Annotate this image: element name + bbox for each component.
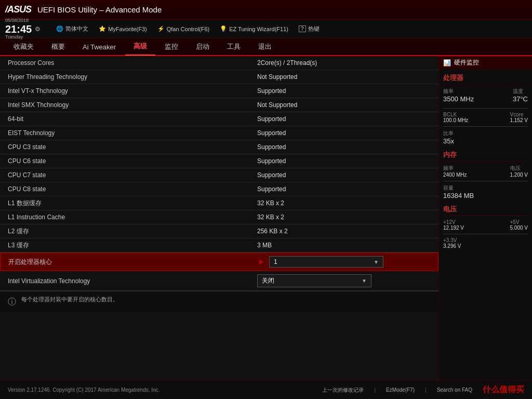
mem-freq-value: 2400 MHz (443, 172, 467, 178)
v33-label: +3.3V (443, 237, 528, 243)
label-cpu-c7: CPU C7 state (8, 171, 257, 179)
enable-cores-select[interactable]: 1 ▼ (269, 256, 383, 268)
mem-cap-value: 16384 MB (443, 192, 528, 200)
memory-section-title: 内存 (443, 150, 528, 162)
sidebar-title: 硬件监控 (454, 58, 479, 67)
myfavorite-button[interactable]: ⭐ MyFavorite(F3) (99, 25, 147, 32)
tab-advanced[interactable]: 高级 (125, 38, 155, 56)
value-hyper-threading: Not Supported (257, 73, 431, 81)
v33-value: 3.296 V (443, 243, 528, 249)
label-cpu-c6: CPU C6 state (8, 157, 257, 165)
qfan-button[interactable]: ⚡ Qfan Control(F6) (157, 25, 210, 32)
row-eist: EIST Technology Supported (0, 126, 438, 140)
time-display: 21:45 (5, 23, 32, 35)
bclk-value: 100.0 MHz (443, 117, 468, 123)
asus-logo: /ASUS (5, 4, 31, 15)
tab-favorites[interactable]: 收藏夹 (5, 38, 42, 56)
row-enable-cores[interactable]: 开启处理器核心 ➤ 1 ▼ (0, 252, 438, 271)
settings-icon[interactable]: ⚙ (35, 25, 41, 33)
row-cpu-c7: CPU C7 state Supported (0, 168, 438, 182)
date-display: 05/08/2018 (5, 18, 41, 23)
lang-button[interactable]: 🌐 简体中文 (56, 25, 88, 33)
label-l1-instruction: L1 Instruction Cache (8, 214, 257, 221)
info-circle-icon: ⓘ (8, 297, 16, 308)
value-64bit: Supported (257, 115, 431, 123)
tab-monitor[interactable]: 监控 (156, 38, 187, 56)
memory-section: 内存 频率 2400 MHz 电压 1.200 V 容量 16384 MB (443, 150, 528, 200)
ez-mode-link[interactable]: EzMode(F7) (386, 387, 415, 393)
label-64bit: 64-bit (8, 115, 257, 123)
label-intel-vtx: Intel VT-x Thchnology (8, 87, 257, 95)
row-64bit: 64-bit Supported (0, 112, 438, 126)
value-processor-cores: 2Core(s) / 2Thread(s) (257, 59, 431, 66)
myfavorite-label: MyFavorite(F3) (108, 26, 147, 32)
enable-cores-value: 1 (274, 258, 277, 265)
value-l2: 256 KB x 2 (257, 228, 431, 235)
row-processor-cores: Processor Cores 2Core(s) / 2Thread(s) (0, 56, 438, 70)
voltage-section: 电压 +12V 12.192 V +5V 5.000 V +3.3V 3.296… (443, 205, 528, 249)
label-intel-vt: Intel Virtualization Technology (8, 277, 257, 285)
label-l3: L3 缓存 (8, 241, 257, 250)
star-icon: ⭐ (99, 25, 106, 32)
mem-volt-value: 1.200 V (510, 172, 528, 178)
question-icon: ? (299, 25, 306, 32)
cpu-section-title: 处理器 (443, 73, 528, 85)
tab-summary[interactable]: 概要 (43, 38, 73, 56)
mem-cap-label: 容量 (443, 184, 528, 192)
vcore-label: Vcore (510, 112, 528, 117)
label-processor-cores: Processor Cores (8, 59, 257, 66)
mem-volt-label: 电压 (510, 165, 528, 172)
tab-exit[interactable]: 退出 (250, 38, 280, 56)
monitor-icon: 📊 (443, 59, 451, 66)
toolbar: 05/08/2018 21:45 ⚙ Tuesday 🌐 简体中文 ⭐ MyFa… (0, 20, 532, 38)
label-eist: EIST Technology (8, 129, 257, 137)
row-intel-vtx: Intel VT-x Thchnology Supported (0, 84, 438, 98)
search-faq-link[interactable]: Search on FAQ (437, 387, 472, 393)
ratio-value: 35x (443, 137, 528, 145)
cursor-icon: ➤ (258, 258, 264, 266)
header: /ASUS UEFI BIOS Utility – Advanced Mode (0, 0, 532, 20)
intel-vt-select[interactable]: 关闭 ▼ (257, 274, 371, 287)
row-l1-data: L1 数据缓存 32 KB x 2 (0, 196, 438, 210)
row-cpu-c8: CPU C8 state Supported (0, 182, 438, 196)
value-l1-data: 32 KB x 2 (257, 200, 431, 207)
vcore-value: 1.152 V (510, 117, 528, 123)
dropdown-arrow-icon: ▼ (374, 259, 379, 265)
globe-icon: 🌐 (56, 25, 63, 32)
value-intel-vtx: Supported (257, 87, 431, 95)
dropdown-arrow-icon: ▼ (362, 278, 367, 284)
v12-value: 12.192 V (443, 225, 464, 231)
label-l1-data: L1 数据缓存 (8, 199, 257, 208)
hotkey-button[interactable]: ? 热键 (299, 25, 320, 33)
row-cpu-c3: CPU C3 state Supported (0, 140, 438, 154)
lang-label: 简体中文 (65, 25, 88, 33)
sidebar-title-bar: 📊 硬件监控 (439, 56, 532, 69)
value-intel-smx: Not Supported (257, 101, 431, 109)
row-hyper-threading: Hyper Threading Technology Not Supported (0, 70, 438, 84)
value-l1-instruction: 32 KB x 2 (257, 214, 431, 221)
prev-changes-link[interactable]: 上一次的修改记录 (322, 387, 364, 394)
row-l1-instruction: L1 Instruction Cache 32 KB x 2 (0, 210, 438, 224)
value-eist: Supported (257, 129, 431, 137)
label-enable-cores: 开启处理器核心 (8, 258, 258, 267)
content-area: Processor Cores 2Core(s) / 2Thread(s) Hy… (0, 56, 438, 380)
version-text: Version 2.17.1246. Copyright (C) 2017 Am… (8, 387, 159, 393)
row-intel-vt[interactable]: Intel Virtualization Technology 关闭 ▼ (0, 271, 438, 291)
value-cpu-c6: Supported (257, 157, 431, 165)
label-intel-smx: Intel SMX Thchnology (8, 101, 257, 109)
value-cpu-c8: Supported (257, 185, 431, 193)
ez-tuning-button[interactable]: 💡 EZ Tuning Wizard(F11) (220, 25, 288, 32)
cpu-temp-value: 37°C (513, 95, 528, 103)
intel-vt-value: 关闭 (262, 276, 274, 285)
fan-icon: ⚡ (157, 25, 165, 32)
row-cpu-c6: CPU C6 state Supported (0, 154, 438, 168)
tab-tools[interactable]: 工具 (219, 38, 249, 56)
value-l3: 3 MB (257, 242, 431, 249)
bclk-label: BCLK (443, 112, 468, 117)
v12-label: +12V (443, 219, 464, 225)
cpu-temp-label: 温度 (513, 88, 528, 95)
header-title: UEFI BIOS Utility – Advanced Mode (37, 5, 162, 14)
tab-boot[interactable]: 启动 (188, 38, 218, 56)
tab-ai-tweaker[interactable]: Ai Tweaker (74, 38, 124, 56)
nav-tabs: 收藏夹 概要 Ai Tweaker 高级 监控 启动 工具 退出 (0, 38, 532, 56)
